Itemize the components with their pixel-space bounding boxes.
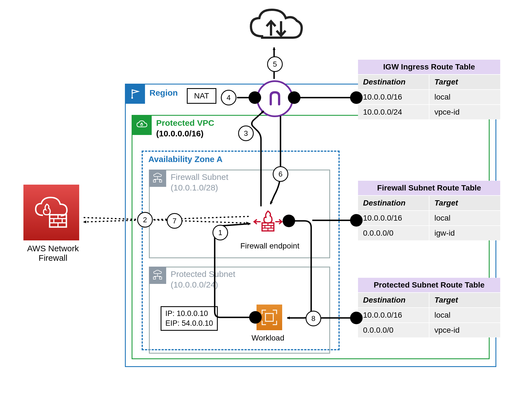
internet-gateway-icon [257,80,293,117]
route-table-cell: local [429,308,500,322]
route-table-cell: vpce-id [429,105,500,119]
internet-cloud-icon [248,6,304,47]
route-table-cell: local [429,211,500,225]
route-table-cell: 10.0.0.0/16 [358,211,429,225]
firewall-subnet-label: Firewall Subnet [171,172,228,182]
region-label: Region [149,88,178,98]
route-table-cell: 10.0.0.0/16 [358,308,429,322]
subnet-icon [149,267,166,284]
route-table-title: Firewall Subnet Route Table [358,181,500,195]
step-marker-4: 4 [221,90,236,105]
vpc-label: Protected VPC [156,118,214,128]
firewall-subnet-cidr: (10.0.1.0/28) [171,183,218,192]
svg-rect-9 [153,180,156,182]
route-table-title: IGW Ingress Route Table [358,60,500,74]
firewall-endpoint-label: Firewall endpoint [240,242,299,250]
route-table-header: Destination [358,196,429,210]
svg-rect-14 [159,277,162,279]
svg-marker-3 [132,90,138,93]
step-marker-6: 6 [273,166,288,182]
nat-label-box: NAT [187,88,216,104]
workload-eip: EIP: 54.0.0.10 [165,318,213,328]
subnet-icon [149,170,166,187]
route-table-cell: 10.0.0.0/16 [358,90,429,104]
route-table-cell: igw-id [429,226,500,240]
step-marker-3: 3 [238,125,254,141]
step-marker-2: 2 [137,212,153,228]
route-table-cell: 0.0.0.0/0 [358,226,429,240]
workload-ip: IP: 10.0.0.10 [165,309,213,318]
route-table-header: Destination [358,293,429,307]
firewall-endpoint-icon [253,206,283,237]
route-table-cell: vpce-id [429,323,500,337]
svg-point-4 [131,97,133,99]
workload-label: Workload [252,334,284,342]
aws-network-firewall-service-icon [23,185,79,240]
step-marker-5: 5 [267,56,283,72]
workload-ip-box: IP: 10.0.0.10 EIP: 54.0.0.10 [161,306,218,331]
vpc-cloud-icon [132,115,152,135]
route-table-header: Target [429,196,500,210]
aws-network-firewall-label: AWS Network Firewall [14,244,92,263]
vpc-cidr: (10.0.0.0/16) [156,129,204,138]
svg-rect-10 [159,180,162,182]
route-table-cell: 10.0.0.0/24 [358,105,429,119]
protected-subnet-cidr: (10.0.0.0/24) [171,280,218,289]
protected-subnet-label: Protected Subnet [171,269,235,279]
route-table-firewall-subnet: Firewall Subnet Route Table Destination … [358,181,500,240]
availability-zone-label: Availability Zone A [148,155,223,164]
route-table-header: Target [429,75,500,89]
route-table-igw-ingress: IGW Ingress Route Table Destination Targ… [358,60,500,119]
route-table-cell: local [429,90,500,104]
svg-rect-13 [153,277,156,279]
route-table-protected-subnet: Protected Subnet Route Table Destination… [358,278,500,337]
route-table-header: Target [429,293,500,307]
workload-instance-icon [257,305,282,330]
step-marker-8: 8 [306,311,321,326]
route-table-header: Destination [358,75,429,89]
region-flag-icon [125,84,145,104]
step-marker-7: 7 [167,213,182,229]
svg-rect-24 [265,313,273,321]
route-table-cell: 0.0.0.0/0 [358,323,429,337]
route-table-title: Protected Subnet Route Table [358,278,500,292]
step-marker-1: 1 [212,225,228,240]
